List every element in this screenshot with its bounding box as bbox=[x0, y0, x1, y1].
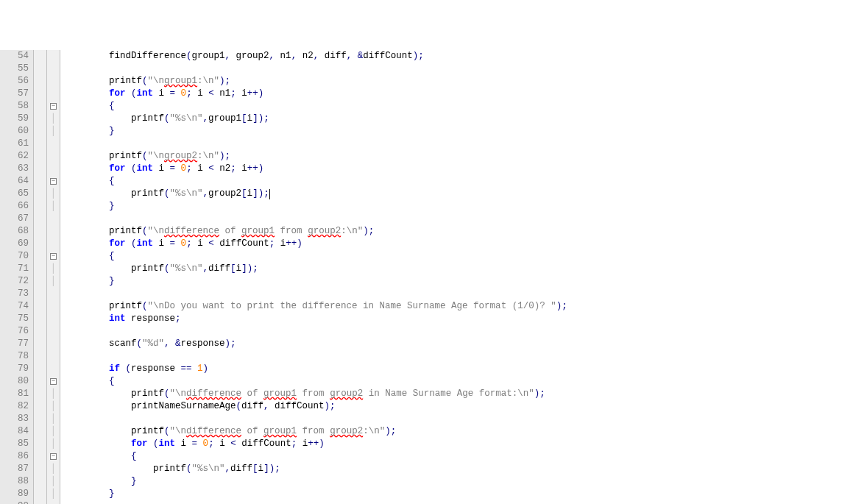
code-area[interactable]: findDifference(group1, group2, n1, n2, d… bbox=[60, 50, 867, 504]
code-token: printf bbox=[65, 76, 142, 86]
code-line[interactable]: printf("%s\n",diff[i]); bbox=[65, 463, 867, 475]
line-number: 63 bbox=[0, 163, 29, 175]
fold-slot: │ bbox=[47, 113, 60, 125]
code-line[interactable]: } bbox=[65, 475, 867, 488]
code-token: ; bbox=[269, 238, 280, 249]
code-token: , bbox=[225, 51, 236, 61]
code-line[interactable] bbox=[65, 413, 867, 425]
code-line[interactable]: printf("\ngroup1:\n"); bbox=[65, 75, 867, 88]
code-token: { bbox=[131, 451, 137, 461]
code-line[interactable] bbox=[65, 63, 867, 75]
code-token: 0 bbox=[203, 439, 209, 449]
code-line[interactable]: { bbox=[65, 450, 867, 463]
line-number: 83 bbox=[0, 413, 29, 425]
fold-slot: − bbox=[47, 100, 60, 113]
code-line[interactable]: { bbox=[65, 250, 867, 263]
line-number: 65 bbox=[0, 188, 29, 200]
code-editor[interactable]: 5455565758596061626364656667686970717273… bbox=[0, 50, 867, 504]
bookmark-slot bbox=[34, 125, 46, 138]
code-token: , bbox=[203, 113, 209, 124]
code-token: ( bbox=[137, 338, 143, 349]
code-token: i bbox=[247, 188, 253, 199]
code-line[interactable]: for (int i = 0; i < diffCount; i++) bbox=[65, 238, 867, 250]
code-token: printf bbox=[65, 301, 142, 311]
code-token: in Name Surname Age format:\n" bbox=[363, 388, 534, 399]
code-token: "%s\n" bbox=[170, 263, 203, 274]
fold-slot bbox=[47, 138, 60, 150]
code-line[interactable]: printf("\ndifference of group1 from grou… bbox=[65, 388, 867, 400]
code-line[interactable]: printf("\nDo you want to print the diffe… bbox=[65, 300, 867, 313]
code-line[interactable]: int response; bbox=[65, 313, 867, 325]
fold-column[interactable]: −││−││−││−│││││−│││ bbox=[47, 50, 60, 504]
code-token: :\n" bbox=[197, 76, 219, 86]
line-number: 58 bbox=[0, 100, 29, 113]
code-line[interactable]: { bbox=[65, 100, 867, 113]
code-line[interactable]: for (int i = 0; i < n1; i++) bbox=[65, 88, 867, 100]
line-number: 89 bbox=[0, 488, 29, 500]
code-line[interactable]: scanf("%d", &response); bbox=[65, 338, 867, 350]
code-token: of bbox=[241, 426, 263, 436]
fold-slot bbox=[47, 325, 60, 338]
code-token: ); bbox=[413, 51, 424, 61]
code-token: diffCount bbox=[363, 51, 413, 61]
code-line[interactable]: for (int i = 0; i < n2; i++) bbox=[65, 163, 867, 175]
fold-slot: │ bbox=[47, 275, 60, 288]
code-line[interactable]: printf("%s\n",diff[i]); bbox=[65, 263, 867, 275]
code-line[interactable]: printf("\ndifference of group1 from grou… bbox=[65, 425, 867, 438]
line-number: 76 bbox=[0, 325, 29, 338]
code-line[interactable]: } bbox=[65, 275, 867, 288]
code-line[interactable] bbox=[65, 138, 867, 150]
code-token: ); bbox=[325, 401, 336, 411]
code-token bbox=[65, 476, 131, 486]
code-line[interactable]: printNameSurnameAge(diff, diffCount); bbox=[65, 400, 867, 413]
code-token: response bbox=[181, 338, 225, 349]
code-line[interactable]: for (int i = 0; i < diffCount; i++) bbox=[65, 438, 867, 450]
line-number: 70 bbox=[0, 250, 29, 263]
code-line[interactable]: } bbox=[65, 200, 867, 213]
code-token: , & bbox=[347, 51, 364, 61]
fold-slot bbox=[47, 150, 60, 163]
code-token: ( bbox=[164, 426, 170, 436]
code-token: ( bbox=[164, 188, 170, 199]
code-line[interactable]: } bbox=[65, 488, 867, 500]
code-line[interactable]: { bbox=[65, 175, 867, 188]
code-line[interactable]: printf("\ndifference of group1 from grou… bbox=[65, 225, 867, 238]
code-token bbox=[65, 163, 109, 174]
code-token bbox=[65, 238, 109, 249]
code-token: ++) bbox=[308, 439, 325, 449]
fold-slot bbox=[47, 50, 60, 63]
fold-slot bbox=[47, 350, 60, 363]
bookmark-slot bbox=[34, 188, 46, 200]
code-line[interactable]: printf("%s\n",group2[i]); bbox=[65, 188, 867, 200]
code-token: ]); bbox=[252, 188, 269, 199]
code-token: i bbox=[236, 263, 242, 274]
code-token: i bbox=[175, 439, 192, 449]
code-token bbox=[65, 451, 131, 461]
code-line[interactable]: printf("\ngroup2:\n"); bbox=[65, 150, 867, 163]
code-line[interactable] bbox=[65, 500, 867, 504]
code-line[interactable]: printf("%s\n",group1[i]); bbox=[65, 113, 867, 125]
code-line[interactable]: if (response == 1) bbox=[65, 363, 867, 375]
code-token: "\n bbox=[148, 226, 165, 236]
code-line[interactable] bbox=[65, 288, 867, 300]
code-token: group2 bbox=[236, 51, 269, 61]
line-number: 84 bbox=[0, 425, 29, 438]
fold-slot: │ bbox=[47, 438, 60, 450]
code-token: ( bbox=[164, 388, 170, 399]
code-line[interactable]: { bbox=[65, 375, 867, 388]
code-line[interactable] bbox=[65, 213, 867, 225]
fold-toggle-icon[interactable]: − bbox=[50, 103, 57, 110]
bookmark-slot bbox=[34, 250, 46, 263]
fold-slot: │ bbox=[47, 425, 60, 438]
code-line[interactable]: } bbox=[65, 125, 867, 138]
code-line[interactable]: findDifference(group1, group2, n1, n2, d… bbox=[65, 50, 867, 63]
fold-toggle-icon[interactable]: − bbox=[50, 453, 57, 460]
code-line[interactable] bbox=[65, 350, 867, 363]
fold-toggle-icon[interactable]: − bbox=[50, 253, 57, 260]
fold-toggle-icon[interactable]: − bbox=[50, 178, 57, 185]
code-line[interactable] bbox=[65, 325, 867, 338]
code-token: diffCount bbox=[219, 238, 269, 249]
line-number: 61 bbox=[0, 138, 29, 150]
code-token: { bbox=[109, 251, 115, 261]
fold-toggle-icon[interactable]: − bbox=[50, 378, 57, 385]
